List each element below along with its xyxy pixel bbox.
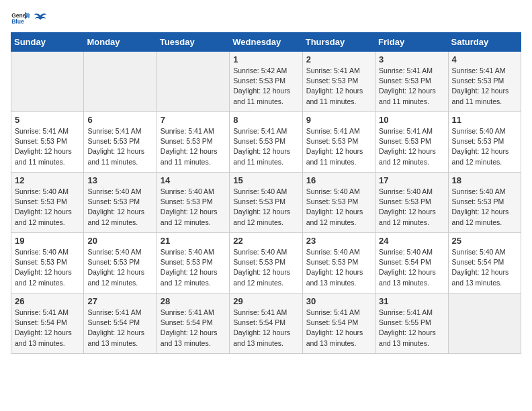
cell-sunset: Sunset: 5:53 PM (452, 77, 504, 85)
day-number: 11 (452, 115, 517, 125)
cell-sunset: Sunset: 5:54 PM (233, 318, 285, 326)
logo-icon: General Blue (11, 11, 30, 24)
cell-sunset: Sunset: 5:54 PM (306, 318, 359, 326)
day-number: 8 (233, 115, 298, 125)
day-number: 5 (15, 115, 80, 125)
cell-sunrise: Sunrise: 5:41 AM (161, 127, 214, 135)
cell-sunset: Sunset: 5:53 PM (379, 77, 431, 85)
calendar-cell: 11 Sunrise: 5:40 AM Sunset: 5:53 PM Dayl… (448, 112, 521, 173)
day-number: 2 (306, 54, 371, 64)
cell-sunset: Sunset: 5:53 PM (233, 258, 285, 266)
cell-daylight: Daylight: 12 hours and 13 minutes. (87, 328, 144, 347)
cell-sunrise: Sunrise: 5:40 AM (87, 248, 141, 256)
cell-daylight: Daylight: 12 hours and 12 minutes. (306, 208, 363, 226)
cell-daylight: Daylight: 12 hours and 11 minutes. (452, 87, 509, 105)
calendar-cell (157, 52, 229, 112)
cell-sunrise: Sunrise: 5:41 AM (15, 127, 69, 135)
cell-sunrise: Sunrise: 5:41 AM (233, 308, 287, 316)
day-number: 6 (87, 115, 152, 125)
calendar-cell: 28 Sunrise: 5:41 AM Sunset: 5:54 PM Dayl… (157, 293, 229, 354)
calendar-cell: 22 Sunrise: 5:40 AM Sunset: 5:53 PM Dayl… (230, 233, 302, 293)
cell-sunrise: Sunrise: 5:40 AM (161, 187, 214, 195)
day-number: 28 (161, 296, 226, 306)
cell-sunset: Sunset: 5:53 PM (306, 258, 359, 266)
calendar-cell: 24 Sunrise: 5:40 AM Sunset: 5:54 PM Dayl… (375, 233, 448, 293)
cell-sunset: Sunset: 5:53 PM (161, 197, 213, 205)
cell-daylight: Daylight: 12 hours and 12 minutes. (161, 208, 218, 226)
cell-sunrise: Sunrise: 5:40 AM (379, 187, 433, 195)
day-number: 18 (452, 175, 517, 185)
cell-daylight: Daylight: 12 hours and 13 minutes. (15, 328, 72, 347)
weekday-header: Wednesday (230, 33, 302, 52)
cell-daylight: Daylight: 12 hours and 13 minutes. (161, 328, 218, 347)
cell-daylight: Daylight: 12 hours and 13 minutes. (306, 268, 363, 286)
cell-daylight: Daylight: 12 hours and 12 minutes. (379, 208, 436, 226)
calendar-cell: 7 Sunrise: 5:41 AM Sunset: 5:53 PM Dayli… (157, 112, 229, 173)
cell-sunset: Sunset: 5:53 PM (306, 137, 359, 145)
cell-sunrise: Sunrise: 5:40 AM (306, 248, 360, 256)
calendar-table: SundayMondayTuesdayWednesdayThursdayFrid… (11, 32, 521, 354)
cell-daylight: Daylight: 12 hours and 13 minutes. (233, 328, 290, 347)
cell-daylight: Daylight: 12 hours and 13 minutes. (379, 268, 436, 286)
calendar-cell: 15 Sunrise: 5:40 AM Sunset: 5:53 PM Dayl… (230, 173, 302, 233)
cell-sunrise: Sunrise: 5:41 AM (306, 66, 360, 75)
day-number: 9 (306, 115, 371, 125)
day-number: 20 (87, 236, 152, 246)
cell-daylight: Daylight: 12 hours and 13 minutes. (306, 328, 363, 347)
cell-sunset: Sunset: 5:53 PM (87, 197, 140, 205)
cell-daylight: Daylight: 12 hours and 12 minutes. (161, 268, 218, 286)
cell-sunrise: Sunrise: 5:41 AM (452, 66, 506, 75)
weekday-header: Friday (375, 33, 448, 52)
cell-sunset: Sunset: 5:54 PM (161, 318, 213, 326)
calendar-cell: 19 Sunrise: 5:40 AM Sunset: 5:53 PM Dayl… (11, 233, 84, 293)
cell-daylight: Daylight: 12 hours and 11 minutes. (15, 147, 72, 165)
cell-sunset: Sunset: 5:54 PM (379, 258, 431, 266)
cell-daylight: Daylight: 12 hours and 11 minutes. (87, 147, 144, 165)
cell-sunset: Sunset: 5:53 PM (379, 137, 431, 145)
day-number: 21 (161, 236, 226, 246)
page-header: General Blue (11, 11, 521, 24)
cell-daylight: Daylight: 12 hours and 12 minutes. (87, 268, 144, 286)
calendar-cell: 9 Sunrise: 5:41 AM Sunset: 5:53 PM Dayli… (302, 112, 375, 173)
calendar-cell: 2 Sunrise: 5:41 AM Sunset: 5:53 PM Dayli… (302, 52, 375, 112)
cell-daylight: Daylight: 12 hours and 12 minutes. (452, 208, 509, 226)
calendar-cell: 12 Sunrise: 5:40 AM Sunset: 5:53 PM Dayl… (11, 173, 84, 233)
cell-sunrise: Sunrise: 5:41 AM (379, 308, 433, 316)
cell-sunrise: Sunrise: 5:41 AM (306, 308, 360, 316)
calendar-cell: 1 Sunrise: 5:42 AM Sunset: 5:53 PM Dayli… (230, 52, 302, 112)
cell-daylight: Daylight: 12 hours and 12 minutes. (379, 147, 436, 165)
cell-sunrise: Sunrise: 5:40 AM (87, 187, 141, 195)
weekday-header: Monday (84, 33, 157, 52)
calendar-cell (11, 52, 84, 112)
cell-daylight: Daylight: 12 hours and 11 minutes. (233, 147, 290, 165)
cell-sunset: Sunset: 5:53 PM (87, 258, 140, 266)
cell-sunrise: Sunrise: 5:40 AM (452, 248, 506, 256)
logo-bird-icon (34, 12, 47, 26)
cell-sunset: Sunset: 5:53 PM (452, 137, 504, 145)
cell-sunrise: Sunrise: 5:41 AM (306, 127, 360, 135)
day-number: 24 (379, 236, 444, 246)
cell-sunrise: Sunrise: 5:42 AM (233, 66, 287, 75)
cell-sunset: Sunset: 5:53 PM (15, 197, 67, 205)
cell-sunset: Sunset: 5:53 PM (15, 137, 67, 145)
cell-sunset: Sunset: 5:54 PM (452, 258, 504, 266)
calendar-cell: 10 Sunrise: 5:41 AM Sunset: 5:53 PM Dayl… (375, 112, 448, 173)
weekday-header: Thursday (302, 33, 375, 52)
cell-daylight: Daylight: 12 hours and 12 minutes. (233, 208, 290, 226)
cell-sunrise: Sunrise: 5:41 AM (379, 66, 433, 75)
cell-daylight: Daylight: 12 hours and 12 minutes. (87, 208, 144, 226)
day-number: 27 (87, 296, 152, 306)
cell-sunrise: Sunrise: 5:41 AM (15, 308, 69, 316)
calendar-cell: 26 Sunrise: 5:41 AM Sunset: 5:54 PM Dayl… (11, 293, 84, 354)
cell-daylight: Daylight: 12 hours and 11 minutes. (306, 87, 363, 105)
cell-daylight: Daylight: 12 hours and 11 minutes. (379, 87, 436, 105)
cell-sunset: Sunset: 5:54 PM (15, 318, 67, 326)
calendar-cell (448, 293, 521, 354)
calendar-cell: 4 Sunrise: 5:41 AM Sunset: 5:53 PM Dayli… (448, 52, 521, 112)
cell-daylight: Daylight: 12 hours and 13 minutes. (379, 328, 436, 347)
calendar-cell: 16 Sunrise: 5:40 AM Sunset: 5:53 PM Dayl… (302, 173, 375, 233)
cell-sunset: Sunset: 5:53 PM (233, 137, 285, 145)
cell-sunset: Sunset: 5:53 PM (306, 77, 359, 85)
cell-sunset: Sunset: 5:53 PM (306, 197, 359, 205)
day-number: 30 (306, 296, 371, 306)
